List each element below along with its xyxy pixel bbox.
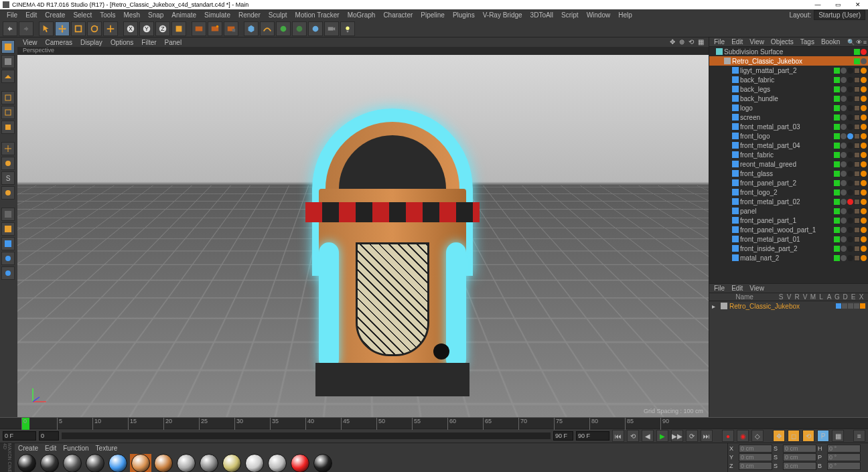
script-2[interactable] [1,266,15,280]
object-row[interactable]: front_panel_part_2 [709,178,868,187]
pos-x[interactable] [739,445,772,453]
keyframe-sel-button[interactable]: ◇ [751,430,764,442]
object-row[interactable]: Subdivision Surface [709,47,868,56]
menu-help[interactable]: Help [614,11,636,19]
planar-workplane[interactable] [1,237,15,250]
material-item[interactable]: back_le [16,454,38,472]
rot-b[interactable] [827,462,861,470]
timeline-end2[interactable] [553,431,573,441]
coord-system[interactable] [171,21,186,36]
object-row[interactable]: back_legs [709,84,868,94]
key-pla-button[interactable]: ▦ [832,430,844,442]
object-row[interactable]: front_glass [709,169,868,178]
play-button[interactable]: ▶ [656,430,668,442]
scale-tool[interactable] [71,21,86,36]
object-row[interactable]: reont_matal_greed [709,159,868,169]
object-row[interactable]: back_fabric [709,75,868,84]
rot-p[interactable] [827,453,861,461]
vp-maximize-icon[interactable]: ▦ [698,38,706,46]
render-settings[interactable] [224,21,238,36]
material-item[interactable]: botom_ [62,454,83,472]
mat-menu-edit[interactable]: Edit [42,445,60,452]
menu-select[interactable]: Select [69,11,96,19]
key-pos-button[interactable]: ✥ [773,430,785,442]
polygon-mode[interactable] [1,121,15,134]
spline-tool[interactable] [260,21,275,36]
generator-tool[interactable] [276,21,291,36]
attr-menu-file[interactable]: File [711,285,728,292]
material-item[interactable]: back_m [39,454,60,472]
menu-create[interactable]: Create [41,11,69,19]
object-row[interactable]: matal_nart_2 [709,253,868,262]
texture-mode[interactable] [1,55,15,68]
layout-dropdown[interactable]: Startup (User) [814,10,865,20]
om-menu-objects[interactable]: Objects [768,38,797,46]
om-eye-icon[interactable]: 👁 [856,39,862,46]
material-item[interactable]: front_pa [130,454,151,472]
material-item[interactable]: lights_m [244,454,265,472]
maximize-button[interactable]: ▭ [828,0,848,9]
menu-mograph[interactable]: MoGraph [344,11,380,19]
material-item[interactable]: front_gl [84,454,106,472]
timeline-end[interactable] [576,431,609,441]
edge-mode[interactable] [1,106,15,119]
timeline-start[interactable] [3,431,36,441]
next-key-button[interactable]: ⟳ [686,430,698,442]
om-menu-edit[interactable]: Edit [728,38,746,46]
menu-mesh[interactable]: Mesh [120,11,144,19]
menu-motion tracker[interactable]: Motion Tracker [291,11,344,19]
object-row[interactable]: panel [709,206,868,216]
object-row[interactable]: Retro_Classic_Jukebox [709,56,868,66]
om-search-icon[interactable]: 🔍 [847,39,855,46]
vp-menu-cameras[interactable]: Cameras [46,39,73,46]
redo-button[interactable] [19,21,33,36]
timeline-ruler[interactable]: 051015202530354045505560657075808590 [0,417,868,429]
size-z[interactable] [783,462,816,470]
menu-tools[interactable]: Tools [96,11,119,19]
locked-workplane[interactable] [1,222,15,236]
viewport-solo[interactable] [1,208,15,221]
render-view[interactable] [192,21,206,36]
object-manager[interactable]: Subdivision SurfaceRetro_Classic_Jukebox… [709,47,868,283]
attr-menu-view[interactable]: View [746,285,768,292]
environment-tool[interactable] [308,21,323,36]
attr-object-name[interactable]: Retro_Classic_Jukebox [729,303,800,310]
goto-end-button[interactable]: ⏭ [701,430,713,442]
deformer-tool[interactable] [292,21,307,36]
mat-menu-function[interactable]: Function [60,445,92,452]
rot-h[interactable] [827,445,861,453]
object-row[interactable]: front_metal_part_03 [709,122,868,131]
vp-rotate-icon[interactable]: ⟲ [689,38,697,46]
material-item[interactable]: front_lo [107,454,129,472]
move-tool[interactable] [55,21,70,36]
vp-menu-display[interactable]: Display [80,39,102,46]
vp-zoom-icon[interactable]: ⊕ [679,38,687,46]
vp-move-icon[interactable]: ✥ [670,38,678,46]
light-tool[interactable] [340,21,355,36]
axis-mode[interactable] [1,142,15,155]
next-frame-button[interactable]: ▶▶ [671,430,683,442]
pos-z[interactable] [739,462,772,470]
timeline-scrollbar[interactable] [62,432,551,439]
menu-snap[interactable]: Snap [144,11,167,19]
script-1[interactable] [1,252,15,265]
y-axis-lock[interactable]: Y [139,21,154,36]
menu-3dtoall[interactable]: 3DToAll [526,11,557,19]
size-y[interactable] [783,453,816,461]
z-axis-lock[interactable]: Z [155,21,170,36]
object-row[interactable]: front_logo_2 [709,187,868,197]
rotate-tool[interactable] [87,21,102,36]
render-picture[interactable] [208,21,222,36]
dopesheet-button[interactable]: ≡ [853,430,865,442]
object-row[interactable]: logo [709,103,868,112]
prev-frame-button[interactable]: ◀ [642,430,654,442]
material-item[interactable]: green_n [175,454,197,472]
vp-menu-options[interactable]: Options [111,39,133,46]
menu-edit[interactable]: Edit [21,11,41,19]
snap-enable[interactable]: S [1,171,15,185]
last-tool[interactable] [103,21,118,36]
key-rot-button[interactable]: ⟲ [802,430,814,442]
object-row[interactable]: front_metal_part_04 [709,141,868,150]
material-item[interactable]: logo_m [312,454,334,472]
vp-menu-filter[interactable]: Filter [141,39,156,46]
